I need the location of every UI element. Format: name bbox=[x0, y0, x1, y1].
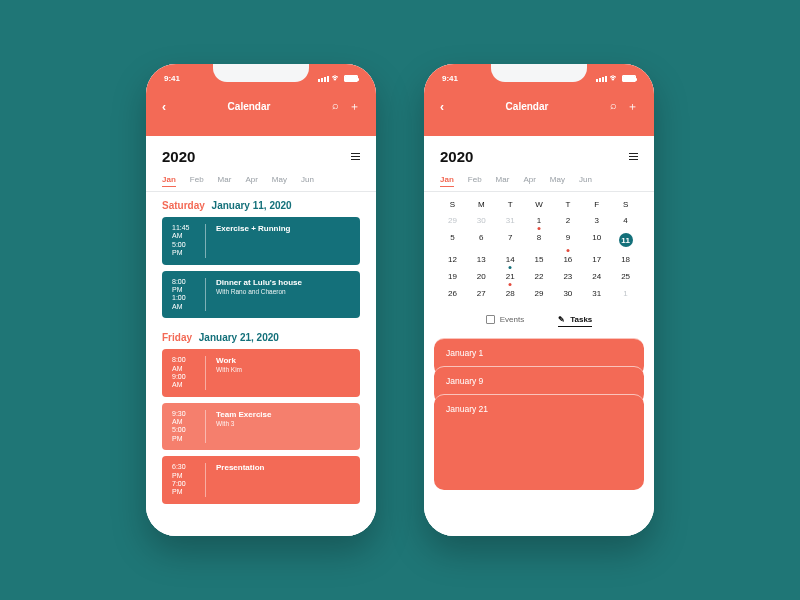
day-cell[interactable]: 4 bbox=[611, 213, 640, 230]
add-icon[interactable]: ＋ bbox=[627, 99, 638, 114]
phone-list-view: 9:41 ᯤ ‹ Calendar ⌕ ＋ 2020 JanFebMarAprM… bbox=[146, 64, 376, 536]
month-tab[interactable]: May bbox=[272, 175, 287, 187]
month-tab[interactable]: Feb bbox=[468, 175, 482, 187]
month-tab[interactable]: Apr bbox=[523, 175, 535, 187]
tab-events-label: Events bbox=[500, 315, 524, 324]
day-number: 16 bbox=[563, 255, 572, 264]
day-cell[interactable]: 9 bbox=[553, 230, 582, 252]
day-number: 14 bbox=[506, 255, 515, 264]
event-card[interactable]: 6:30 PM7:00 PMPresentation bbox=[162, 456, 360, 504]
day-cell[interactable]: 11 bbox=[611, 230, 640, 252]
day-cell[interactable]: 30 bbox=[467, 213, 496, 230]
month-tabs[interactable]: JanFebMarAprMayJun bbox=[146, 171, 376, 191]
day-number: 29 bbox=[535, 289, 544, 298]
nav-actions: ⌕ ＋ bbox=[610, 99, 638, 114]
day-number: 30 bbox=[477, 216, 486, 225]
task-card[interactable]: January 21 bbox=[434, 394, 644, 490]
month-grid[interactable]: 2930311234567891011121314151617181920212… bbox=[424, 211, 654, 307]
calendar-icon bbox=[486, 315, 495, 324]
year-label: 2020 bbox=[440, 148, 473, 165]
day-cell[interactable]: 16 bbox=[553, 252, 582, 269]
day-cell[interactable]: 30 bbox=[553, 286, 582, 303]
day-date: January 11, 2020 bbox=[212, 200, 292, 211]
phone-calendar-view: 9:41 ᯤ ‹ Calendar ⌕ ＋ 2020 JanFebMarAprM… bbox=[424, 64, 654, 536]
day-cell[interactable]: 15 bbox=[525, 252, 554, 269]
weekday-label: F bbox=[582, 200, 611, 209]
event-end: 9:00 AM bbox=[172, 373, 197, 390]
month-tab[interactable]: May bbox=[550, 175, 565, 187]
day-number: 17 bbox=[592, 255, 601, 264]
weekday-header: SMTWTFS bbox=[424, 192, 654, 211]
day-number: 30 bbox=[563, 289, 572, 298]
day-cell[interactable]: 18 bbox=[611, 252, 640, 269]
month-tab[interactable]: Jun bbox=[301, 175, 314, 187]
month-tab[interactable]: Jan bbox=[162, 175, 176, 187]
day-cell[interactable]: 17 bbox=[582, 252, 611, 269]
event-list[interactable]: Saturday January 11, 202011:45 AM5:00 PM… bbox=[146, 192, 376, 510]
day-cell[interactable]: 20 bbox=[467, 269, 496, 286]
event-card[interactable]: 11:45 AM5:00 PMExercise + Running bbox=[162, 217, 360, 265]
day-cell[interactable]: 19 bbox=[438, 269, 467, 286]
day-cell[interactable]: 24 bbox=[582, 269, 611, 286]
year-row: 2020 bbox=[424, 136, 654, 171]
event-card[interactable]: 8:00 AM9:00 AMWorkWith Kim bbox=[162, 349, 360, 397]
day-cell[interactable]: 31 bbox=[582, 286, 611, 303]
menu-icon[interactable] bbox=[629, 153, 638, 161]
tab-tasks[interactable]: ✎ Tasks bbox=[558, 315, 592, 324]
day-of-week: Saturday bbox=[162, 200, 205, 211]
phone-notch bbox=[491, 64, 587, 82]
search-icon[interactable]: ⌕ bbox=[332, 99, 339, 114]
weekday-label: T bbox=[496, 200, 525, 209]
day-cell[interactable]: 14 bbox=[496, 252, 525, 269]
month-tab[interactable]: Feb bbox=[190, 175, 204, 187]
month-tab[interactable]: Jan bbox=[440, 175, 454, 187]
week-row: 567891011 bbox=[438, 230, 640, 252]
day-number: 11 bbox=[619, 233, 633, 247]
day-cell[interactable]: 29 bbox=[525, 286, 554, 303]
nav-bar: ‹ Calendar ⌕ ＋ bbox=[424, 83, 654, 114]
menu-icon[interactable] bbox=[351, 153, 360, 161]
search-icon[interactable]: ⌕ bbox=[610, 99, 617, 114]
day-cell[interactable]: 23 bbox=[553, 269, 582, 286]
event-body: Team ExerciseWith 3 bbox=[216, 410, 271, 444]
day-cell[interactable]: 12 bbox=[438, 252, 467, 269]
day-cell[interactable]: 13 bbox=[467, 252, 496, 269]
day-cell[interactable]: 27 bbox=[467, 286, 496, 303]
day-cell[interactable]: 7 bbox=[496, 230, 525, 252]
tab-events[interactable]: Events bbox=[486, 315, 524, 324]
event-card[interactable]: 9:30 AM5:00 PMTeam ExerciseWith 3 bbox=[162, 403, 360, 451]
day-number: 2 bbox=[566, 216, 570, 225]
status-icons: ᯤ bbox=[318, 74, 358, 83]
month-tabs[interactable]: JanFebMarAprMayJun bbox=[424, 171, 654, 191]
day-cell[interactable]: 21 bbox=[496, 269, 525, 286]
event-times: 6:30 PM7:00 PM bbox=[172, 463, 206, 497]
day-cell[interactable]: 1 bbox=[611, 286, 640, 303]
month-tab[interactable]: Apr bbox=[245, 175, 257, 187]
day-cell[interactable]: 28 bbox=[496, 286, 525, 303]
day-cell[interactable]: 10 bbox=[582, 230, 611, 252]
wifi-icon: ᯤ bbox=[332, 74, 341, 83]
month-tab[interactable]: Mar bbox=[496, 175, 510, 187]
day-cell[interactable]: 31 bbox=[496, 213, 525, 230]
day-cell[interactable]: 6 bbox=[467, 230, 496, 252]
add-icon[interactable]: ＋ bbox=[349, 99, 360, 114]
month-tab[interactable]: Jun bbox=[579, 175, 592, 187]
day-cell[interactable]: 29 bbox=[438, 213, 467, 230]
day-number: 22 bbox=[535, 272, 544, 281]
day-cell[interactable]: 22 bbox=[525, 269, 554, 286]
day-number: 18 bbox=[621, 255, 630, 264]
event-card[interactable]: 8:00 PM1:00 AMDinner at Lulu's houseWith… bbox=[162, 271, 360, 319]
day-cell[interactable]: 5 bbox=[438, 230, 467, 252]
day-cell[interactable]: 2 bbox=[553, 213, 582, 230]
tab-tasks-label: Tasks bbox=[570, 315, 592, 324]
day-cell[interactable]: 26 bbox=[438, 286, 467, 303]
battery-icon bbox=[344, 75, 358, 82]
task-stack[interactable]: January 1January 9January 21 bbox=[434, 338, 644, 526]
day-cell[interactable]: 8 bbox=[525, 230, 554, 252]
day-cell[interactable]: 3 bbox=[582, 213, 611, 230]
month-tab[interactable]: Mar bbox=[218, 175, 232, 187]
task-label: January 21 bbox=[446, 404, 488, 414]
event-times: 9:30 AM5:00 PM bbox=[172, 410, 206, 444]
day-cell[interactable]: 1 bbox=[525, 213, 554, 230]
day-cell[interactable]: 25 bbox=[611, 269, 640, 286]
